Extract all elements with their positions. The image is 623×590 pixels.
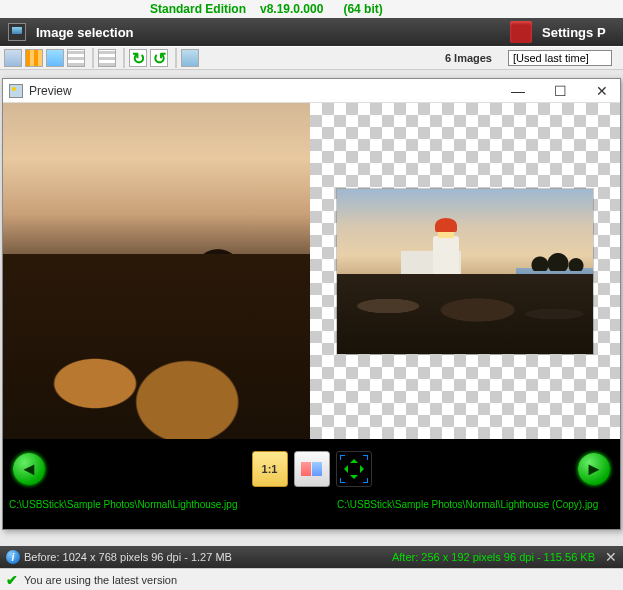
version-label: v8.19.0.000 bbox=[260, 2, 323, 16]
after-info: After: 256 x 192 pixels 96 dpi - 115.56 … bbox=[392, 551, 595, 563]
close-button[interactable]: ✕ bbox=[590, 82, 614, 100]
view-list-button[interactable] bbox=[67, 49, 85, 67]
after-image bbox=[337, 189, 593, 354]
preview-titlebar[interactable]: Preview ― ☐ ✕ bbox=[3, 79, 620, 103]
minimize-button[interactable]: ― bbox=[506, 82, 530, 100]
arrow-left-icon: ◄ bbox=[20, 459, 38, 480]
fullscreen-button[interactable] bbox=[336, 451, 372, 487]
refresh-button[interactable]: ↻ bbox=[129, 49, 147, 67]
zoom-button[interactable] bbox=[181, 49, 199, 67]
status-message: You are using the latest version bbox=[24, 574, 177, 586]
preview-body bbox=[3, 103, 620, 439]
before-path: C:\USBStick\Sample Photos\Normal\Lightho… bbox=[9, 499, 337, 510]
preview-after-pane[interactable] bbox=[310, 103, 620, 439]
info-icon: i bbox=[6, 550, 20, 564]
view-details-button[interactable] bbox=[98, 49, 116, 67]
view-single-button[interactable] bbox=[4, 49, 22, 67]
info-close-button[interactable]: ✕ bbox=[605, 549, 617, 565]
maximize-button[interactable]: ☐ bbox=[548, 82, 572, 100]
settings-icon bbox=[510, 21, 532, 43]
prev-image-button[interactable]: ◄ bbox=[13, 453, 45, 485]
view-grid-button[interactable] bbox=[25, 49, 43, 67]
preset-dropdown[interactable]: [Used last time] bbox=[508, 50, 612, 66]
toolbar-separator bbox=[123, 48, 125, 68]
before-info: Before: 1024 x 768 pixels 96 dpi - 1.27 … bbox=[24, 551, 232, 563]
preview-controls: ◄ 1:1 ► bbox=[3, 439, 620, 499]
edition-label: Standard Edition bbox=[150, 2, 246, 16]
preview-before-pane[interactable] bbox=[3, 103, 310, 439]
toolbar-separator bbox=[92, 48, 94, 68]
info-bar: i Before: 1024 x 768 pixels 96 dpi - 1.2… bbox=[0, 546, 623, 568]
view-thumb-button[interactable] bbox=[46, 49, 64, 67]
status-bar: ✔ You are using the latest version bbox=[0, 568, 623, 590]
before-image bbox=[3, 103, 310, 439]
refresh-icon: ↻ bbox=[132, 49, 145, 68]
preview-title: Preview bbox=[29, 84, 72, 98]
settings-title: Settings P bbox=[542, 25, 606, 40]
bits-label: (64 bit) bbox=[343, 2, 382, 16]
toolbar: ↻ ↺ 6 Images [Used last time] bbox=[0, 46, 623, 70]
after-path: C:\USBStick\Sample Photos\Normal\Lightho… bbox=[337, 499, 614, 510]
image-selection-icon bbox=[8, 23, 26, 41]
image-count-label: 6 Images bbox=[445, 52, 492, 64]
image-selection-title: Image selection bbox=[36, 25, 134, 40]
preview-window-icon bbox=[9, 84, 23, 98]
compare-swap-button[interactable] bbox=[294, 451, 330, 487]
arrow-right-icon: ► bbox=[585, 459, 603, 480]
swap-icon bbox=[301, 462, 322, 476]
preview-window: Preview ― ☐ ✕ bbox=[2, 78, 621, 530]
next-image-button[interactable]: ► bbox=[578, 453, 610, 485]
zoom-1to1-button[interactable]: 1:1 bbox=[252, 451, 288, 487]
undo-icon: ↺ bbox=[153, 49, 166, 68]
app-header: Standard Edition v8.19.0.000 (64 bit) bbox=[0, 0, 623, 18]
expand-icon bbox=[340, 455, 368, 483]
file-paths: C:\USBStick\Sample Photos\Normal\Lightho… bbox=[3, 499, 620, 529]
section-bar: Image selection Settings P bbox=[0, 18, 623, 46]
ratio-label: 1:1 bbox=[262, 463, 278, 475]
undo-button[interactable]: ↺ bbox=[150, 49, 168, 67]
check-icon: ✔ bbox=[6, 572, 18, 588]
toolbar-separator bbox=[175, 48, 177, 68]
